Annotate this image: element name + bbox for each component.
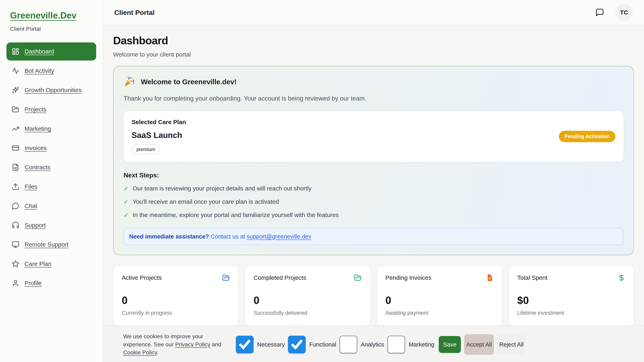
page-subtitle: Welcome to your client portal	[113, 51, 634, 58]
cookie-save-button[interactable]: Save	[439, 336, 461, 353]
sidebar-item-remote-support[interactable]: Remote Support	[6, 236, 96, 254]
sidebar-item-label: Marketing	[24, 125, 51, 132]
brand-logo-link[interactable]: Greeneville.Dev	[10, 10, 76, 20]
cookie-options: Necessary Functional Analytics Marketing	[236, 336, 434, 353]
status-badge: Pending Activation	[559, 131, 616, 142]
care-plan-card: Selected Care Plan SaaS Launch premium P…	[124, 111, 624, 162]
sidebar: Greeneville.Dev Client Portal Dashboard …	[0, 0, 103, 362]
receipt-icon	[486, 274, 494, 282]
care-plan-name: SaaS Launch	[132, 131, 186, 140]
checkbox-label: Marketing	[409, 341, 434, 348]
sidebar-item-label: Bot Activity	[24, 67, 54, 74]
headphones-icon	[12, 221, 19, 229]
stat-title: Pending Invoices	[386, 274, 432, 281]
stat-value: $0	[517, 294, 625, 306]
sidebar-item-label: Remote Support	[24, 241, 68, 248]
monitor-icon	[12, 241, 19, 248]
assistance-box: Need immediate assistance? Contact us at…	[124, 228, 624, 245]
user-icon	[12, 279, 19, 287]
cookie-accept-all-button[interactable]: Accept All	[464, 334, 494, 355]
folder-open-icon	[222, 274, 230, 282]
folder-open-icon	[354, 274, 362, 282]
next-step-text: In the meantime, explore your portal and…	[132, 212, 339, 218]
checkbox-label: Functional	[309, 341, 336, 348]
dollar-sign-icon	[618, 274, 625, 282]
sidebar-item-label: Care Plan	[24, 260, 51, 267]
sidebar-item-label: Files	[24, 183, 37, 190]
assistance-text: Contact us at	[209, 233, 247, 240]
stat-title: Active Projects	[122, 274, 162, 281]
support-email-link[interactable]: support@greeneville.dev	[247, 233, 311, 240]
dashboard-icon	[12, 48, 19, 55]
stat-caption: Successfully delivered	[254, 310, 362, 317]
topbar: Client Portal TC	[103, 0, 644, 25]
sidebar-item-projects[interactable]: Projects	[6, 100, 96, 118]
marketing-checkbox[interactable]	[388, 336, 405, 353]
page-title: Dashboard	[113, 34, 634, 47]
sidebar-item-dashboard[interactable]: Dashboard	[6, 42, 96, 60]
sidebar-item-bot-activity[interactable]: Bot Activity	[6, 62, 96, 80]
stat-value: 0	[386, 294, 494, 306]
file-text-icon	[12, 163, 19, 171]
message-circle-icon	[12, 202, 19, 210]
assistance-bold-text: Need immediate assistance?	[129, 233, 209, 240]
sidebar-item-profile[interactable]: Profile	[6, 274, 96, 292]
cookie-option-marketing: Marketing	[388, 336, 434, 353]
folder-open-icon	[12, 106, 19, 113]
sidebar-nav: Dashboard Bot Activity Growth Opportunit…	[0, 42, 103, 293]
main-area: Client Portal TC Dashboard Welcome to yo…	[103, 0, 644, 362]
avatar[interactable]: TC	[616, 4, 633, 21]
topbar-title: Client Portal	[114, 9, 154, 16]
credit-card-icon	[12, 144, 19, 152]
check-icon: ✓	[124, 198, 128, 206]
welcome-banner: Welcome to Greeneville.dev! Thank you fo…	[113, 66, 634, 255]
cookie-policy-link[interactable]: Cookie Policy	[123, 349, 157, 356]
cookie-reject-all-button[interactable]: Reject All	[497, 334, 526, 355]
next-steps-list: ✓Our team is reviewing your project deta…	[124, 185, 624, 219]
functional-checkbox[interactable]	[288, 336, 306, 353]
analytics-checkbox[interactable]	[340, 336, 357, 353]
dashboard-content: Dashboard Welcome to your client portal	[103, 25, 644, 326]
sidebar-item-invoices[interactable]: Invoices	[6, 139, 96, 157]
sidebar-item-contracts[interactable]: Contracts	[6, 158, 96, 176]
stat-card-completed-projects: Completed Projects 0 Successfully delive…	[245, 266, 370, 326]
stats-row: Active Projects 0 Currently in progress …	[113, 266, 634, 326]
sidebar-item-chat[interactable]: Chat	[6, 197, 96, 215]
activity-icon	[12, 67, 19, 75]
next-steps-title: Next Steps:	[124, 172, 624, 179]
brand-subtitle: Client Portal	[10, 26, 92, 32]
check-icon: ✓	[124, 185, 128, 192]
cookie-message-text: .	[157, 349, 158, 356]
checkbox-label: Necessary	[257, 341, 285, 348]
sidebar-item-files[interactable]: Files	[6, 178, 96, 196]
messages-button[interactable]	[595, 8, 604, 17]
sidebar-item-marketing[interactable]: Marketing	[6, 120, 96, 138]
welcome-banner-header: Welcome to Greeneville.dev!	[124, 76, 624, 88]
stat-title: Completed Projects	[254, 274, 306, 281]
stat-caption: Currently in progress	[122, 310, 230, 317]
sidebar-item-label: Support	[24, 222, 46, 229]
check-icon: ✓	[124, 212, 128, 219]
necessary-checkbox[interactable]	[236, 336, 254, 353]
sparkles-icon	[12, 86, 19, 94]
cookie-banner: We use cookies to improve your experienc…	[103, 326, 644, 362]
sidebar-item-growth-opportunities[interactable]: Growth Opportunities	[6, 81, 96, 99]
stat-card-total-spent: Total Spent $0 Lifetime investment	[508, 266, 634, 326]
brand-block: Greeneville.Dev Client Portal	[0, 10, 103, 32]
next-step-item: ✓You'll receive an email once your care …	[124, 198, 624, 206]
sidebar-item-label: Growth Opportunities	[24, 87, 82, 93]
privacy-policy-link[interactable]: Privacy Policy	[175, 341, 210, 348]
stat-card-pending-invoices: Pending Invoices 0 Awaiting payment	[377, 266, 502, 326]
cookie-option-analytics: Analytics	[340, 336, 384, 353]
sidebar-item-label: Projects	[24, 106, 46, 113]
sidebar-item-label: Profile	[24, 280, 42, 287]
tier-badge: premium	[132, 145, 160, 154]
trending-up-icon	[12, 125, 19, 132]
cookie-message: We use cookies to improve your experienc…	[123, 333, 222, 357]
stat-value: 0	[122, 294, 230, 306]
stat-card-active-projects: Active Projects 0 Currently in progress	[113, 266, 238, 326]
sidebar-item-support[interactable]: Support	[6, 216, 96, 234]
next-step-text: Our team is reviewing your project detai…	[132, 185, 312, 192]
stat-caption: Awaiting payment	[386, 310, 494, 317]
sidebar-item-care-plan[interactable]: Care Plan	[6, 255, 96, 273]
